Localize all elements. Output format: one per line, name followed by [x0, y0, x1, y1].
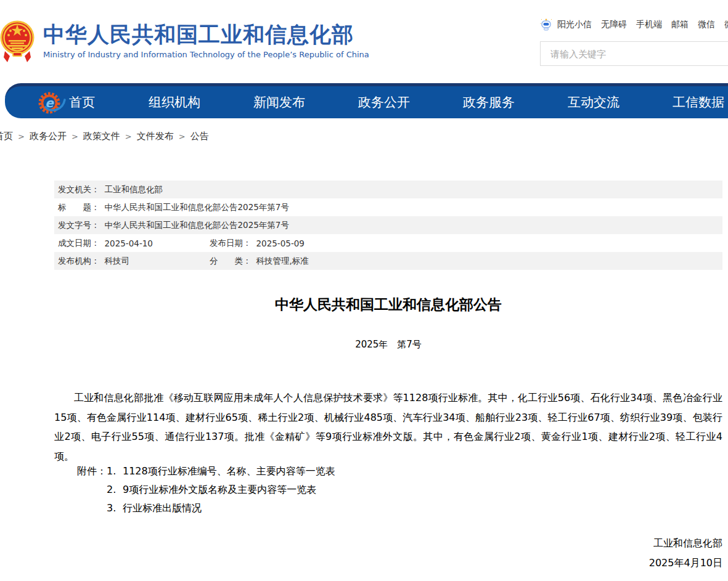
meta-value: 科技司	[105, 256, 130, 267]
meta-row-title: 标 题： 中华人民共和国工业和信息化部公告2025年第7号	[54, 198, 722, 216]
quick-link-accessibility[interactable]: 无障碍	[601, 19, 627, 30]
main-nav: e 首页 组织机构 新闻发布 政务公开 政务服务 互动交流 工信数据	[5, 83, 728, 118]
document-issue-number: 2025年 第7号	[54, 339, 722, 351]
quick-link-wechat[interactable]: 微信	[698, 19, 715, 30]
nav-item-gov-services[interactable]: 政务服务	[436, 86, 541, 118]
meta-row-doc-number: 发文字号： 中华人民共和国工业和信息化部公告2025年第7号	[54, 216, 722, 234]
attachment-number: 2.	[107, 481, 123, 499]
meta-row-issuing-agency: 发文机关： 工业和信息化部	[54, 181, 722, 198]
attachment-text: 1128项行业标准编号、名称、主要内容等一览表	[123, 462, 335, 481]
miit-logo-icon: e	[37, 89, 67, 120]
breadcrumb-announcement[interactable]: 公告	[190, 131, 209, 142]
attachments-list: 附件： 1. 1128项行业标准编号、名称、主要内容等一览表 2. 9项行业标准…	[77, 462, 335, 518]
attachment-item: 附件： 1. 1128项行业标准编号、名称、主要内容等一览表	[77, 462, 335, 481]
meta-value: 中华人民共和国工业和信息化部公告2025年第7号	[105, 220, 289, 231]
nav-item-miit-data[interactable]: 工信数据	[646, 86, 728, 118]
brand[interactable]: 中华人民共和国工业和信息化部 Ministry of Industry and …	[0, 17, 369, 65]
meta-label: 分 类：	[210, 256, 252, 267]
document-paragraph: 工业和信息化部批准《移动互联网应用未成年人个人信息保护技术要求》等1128项行业…	[54, 388, 722, 466]
meta-label: 发文字号：	[58, 220, 100, 231]
quick-link-mobile[interactable]: 手机端	[636, 19, 662, 30]
breadcrumb-separator: >	[72, 132, 78, 141]
attachments-label: 附件：	[77, 462, 107, 481]
meta-value: 科技管理,标准	[256, 256, 309, 267]
document-title: 中华人民共和国工业和信息化部公告	[54, 295, 722, 314]
meta-label: 标 题：	[58, 202, 100, 213]
nav-item-news[interactable]: 新闻发布	[227, 86, 332, 118]
doc-meta-table: 发文机关： 工业和信息化部 标 题： 中华人民共和国工业和信息化部公告2025年…	[54, 181, 722, 270]
site-subtitle: Ministry of Industry and Information Tec…	[43, 50, 369, 59]
breadcrumb-home[interactable]: 首页	[0, 131, 13, 142]
quick-link-weibo[interactable]: 微博	[724, 19, 728, 30]
signature-agency: 工业和信息化部	[54, 534, 722, 553]
breadcrumb-policy-files[interactable]: 政策文件	[83, 131, 120, 142]
quick-link-sunshine-assistant[interactable]: 阳光小信	[557, 19, 592, 30]
breadcrumb: 首页>政务公开>政策文件>文件发布>公告	[0, 131, 209, 142]
meta-row-dates: 成文日期： 2025-04-10 发布日期： 2025-05-09	[54, 234, 722, 252]
quick-link-mail[interactable]: 邮箱	[671, 19, 689, 30]
breadcrumb-separator: >	[125, 132, 132, 141]
attachment-item: 2. 9项行业标准外文版名称及主要内容等一览表	[107, 481, 335, 499]
robot-mascot-icon	[540, 18, 553, 31]
meta-row-publisher-category: 发布机构： 科技司 分 类： 科技管理,标准	[54, 252, 722, 270]
meta-label: 发布日期：	[210, 238, 252, 249]
brand-text: 中华人民共和国工业和信息化部 Ministry of Industry and …	[43, 22, 369, 59]
attachment-number: 1.	[107, 462, 123, 481]
breadcrumb-file-release[interactable]: 文件发布	[137, 131, 174, 142]
signature-block: 工业和信息化部 2025年4月10日	[54, 534, 722, 573]
quick-links: 阳光小信 无障碍 手机端 邮箱 微信 微博	[540, 18, 728, 31]
site-header: 中华人民共和国工业和信息化部 Ministry of Industry and …	[0, 0, 728, 82]
attachment-number: 3.	[107, 499, 123, 518]
site-title: 中华人民共和国工业和信息化部	[43, 22, 369, 47]
breadcrumb-gov-disclosure[interactable]: 政务公开	[30, 131, 67, 142]
meta-value: 2025-05-09	[256, 238, 305, 248]
meta-label: 成文日期：	[58, 238, 100, 249]
meta-label: 发布机构：	[58, 256, 100, 267]
breadcrumb-separator: >	[18, 132, 25, 141]
meta-value: 2025-04-10	[105, 238, 153, 248]
nav-item-interaction[interactable]: 互动交流	[541, 86, 646, 118]
attachment-text: 9项行业标准外文版名称及主要内容等一览表	[123, 481, 316, 499]
national-emblem-icon	[0, 17, 36, 65]
nav-item-gov-disclosure[interactable]: 政务公开	[332, 86, 436, 118]
meta-label: 发文机关：	[58, 184, 100, 195]
page: 中华人民共和国工业和信息化部 Ministry of Industry and …	[0, 0, 728, 581]
meta-value: 中华人民共和国工业和信息化部公告2025年第7号	[105, 202, 289, 213]
attachment-item: 3. 行业标准出版情况	[107, 499, 335, 518]
breadcrumb-separator: >	[179, 132, 186, 141]
meta-value: 工业和信息化部	[105, 184, 163, 195]
signature-date: 2025年4月10日	[54, 553, 722, 573]
nav-item-organization[interactable]: 组织机构	[122, 86, 227, 118]
attachment-text: 行业标准出版情况	[123, 499, 202, 518]
search-input[interactable]	[540, 41, 728, 66]
